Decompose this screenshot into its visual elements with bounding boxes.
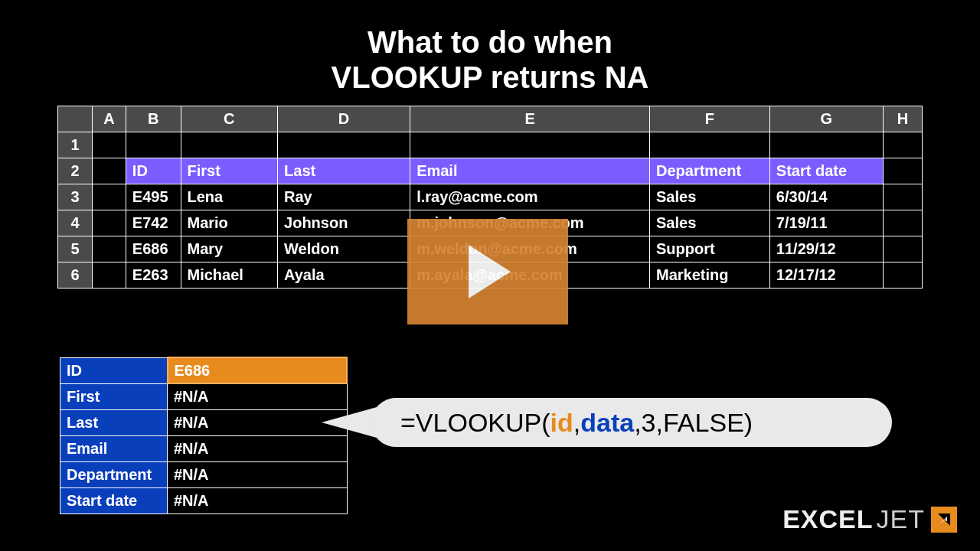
col-F: F — [650, 106, 770, 132]
hdr-email: Email — [410, 158, 650, 184]
hdr-first: First — [181, 158, 278, 184]
lookup-dept-label: Department — [60, 461, 168, 487]
play-icon — [465, 245, 511, 298]
page-title: What to do when VLOOKUP returns NA — [0, 0, 980, 106]
lookup-email-value: #N/A — [168, 435, 348, 461]
col-H: H — [883, 106, 922, 132]
col-E: E — [410, 106, 650, 132]
hdr-last: Last — [278, 158, 410, 184]
hdr-start: Start date — [769, 158, 883, 184]
lookup-start-label: Start date — [60, 487, 168, 514]
lookup-dept-value: #N/A — [168, 461, 348, 487]
col-D: D — [278, 106, 410, 132]
col-G: G — [769, 106, 883, 132]
lookup-last-value: #N/A — [168, 409, 348, 435]
row-2-header: 2 ID First Last Email Department Start d… — [58, 158, 923, 184]
hdr-dept: Department — [650, 158, 770, 184]
col-B: B — [126, 106, 181, 132]
lookup-first-label: First — [60, 383, 168, 409]
play-button[interactable] — [407, 219, 568, 324]
col-A: A — [93, 106, 126, 132]
lookup-email-label: Email — [60, 435, 168, 461]
formula-callout: =VLOOKUP(id,data,3,FALSE) — [371, 398, 892, 447]
row-1: 1 — [58, 132, 923, 158]
corner-cell — [58, 106, 93, 132]
svg-marker-0 — [469, 245, 511, 298]
lookup-first-value: #N/A — [168, 383, 348, 409]
lookup-id-label: ID — [60, 357, 168, 383]
callout-tail — [322, 407, 377, 438]
logo-arrow-icon — [931, 507, 957, 533]
hdr-id: ID — [126, 158, 181, 184]
lookup-table: ID E686 First #N/A Last #N/A Email #N/A … — [60, 357, 348, 514]
lookup-id-value: E686 — [168, 357, 348, 383]
lookup-start-value: #N/A — [168, 487, 348, 514]
col-C: C — [181, 106, 278, 132]
lookup-last-label: Last — [60, 409, 168, 435]
row-3: 3 E495 Lena Ray l.ray@acme.com Sales 6/3… — [58, 184, 923, 210]
exceljet-logo: EXCELJET — [782, 504, 957, 534]
